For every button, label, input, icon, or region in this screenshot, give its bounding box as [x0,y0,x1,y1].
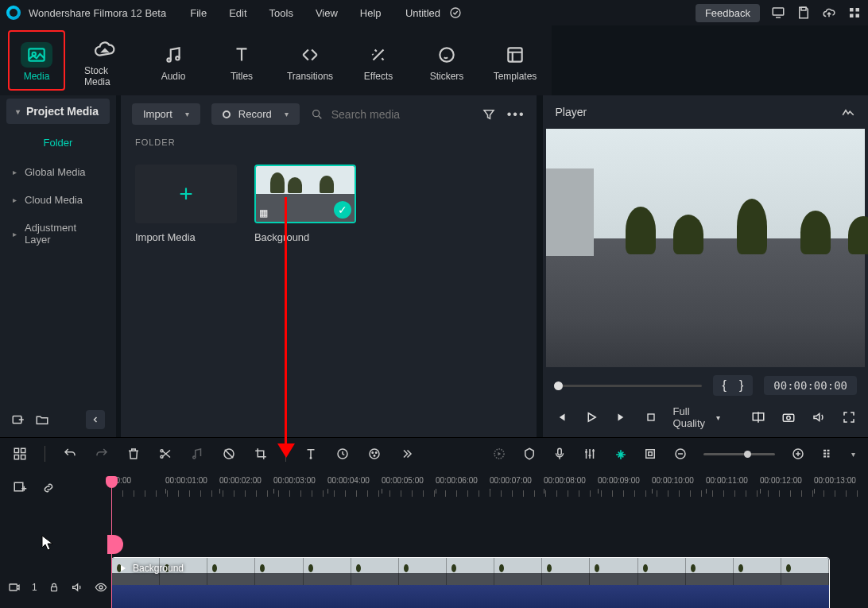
svg-rect-15 [648,414,654,420]
document-status-icon [448,6,463,20]
add-track-icon[interactable] [13,481,27,495]
svg-rect-19 [14,448,18,452]
svg-point-32 [374,455,375,457]
zoom-out-button[interactable] [673,447,688,461]
sidebar-cloud-media[interactable]: Cloud Media [0,186,116,214]
sidebar-folder[interactable]: Folder [0,132,116,158]
playhead-grip-icon[interactable] [107,535,123,554]
svg-point-18 [787,416,791,420]
player-viewport[interactable] [546,129,865,367]
tab-stickers[interactable]: Stickers [418,30,475,91]
svg-point-14 [312,110,319,116]
document-title: Untitled [405,7,440,19]
menu-view[interactable]: View [316,7,338,19]
mask-icon[interactable] [222,447,236,461]
speed-icon[interactable] [335,447,350,461]
monitor-icon[interactable] [771,6,785,20]
tab-audio[interactable]: Audio [145,30,202,91]
stop-button[interactable] [645,409,657,425]
svg-point-24 [161,455,163,458]
voiceover-icon[interactable] [552,447,567,461]
import-media-card[interactable]: + Import Media [135,165,238,243]
video-badge-icon: ▦ [259,207,268,219]
tab-transitions[interactable]: Transitions [281,30,339,91]
mark-in-button[interactable]: { [723,378,727,393]
track-options-chevron[interactable]: ▾ [851,450,855,459]
svg-rect-4 [856,8,860,12]
track-height-icon[interactable] [821,447,835,461]
record-dropdown[interactable]: Record▾ [211,103,300,125]
marker-icon[interactable] [522,447,537,461]
lock-icon[interactable] [48,582,60,593]
redo-button[interactable] [95,447,109,461]
svg-rect-22 [21,455,25,459]
audio-detach-icon[interactable] [190,447,204,461]
quality-dropdown[interactable]: Full Quality▾ [673,405,720,429]
tab-media[interactable]: Media [8,30,65,91]
timeline-toolbar: ▾ [0,437,868,470]
color-icon[interactable] [367,447,382,461]
filter-icon[interactable] [482,107,496,122]
add-folder-icon[interactable] [11,412,25,427]
save-icon[interactable] [796,6,811,20]
undo-button[interactable] [63,447,77,461]
snap-icon[interactable] [643,447,657,461]
mute-icon[interactable] [71,581,83,594]
compare-icon[interactable] [750,409,766,425]
visibility-icon[interactable] [95,581,107,594]
zoom-in-button[interactable] [791,447,805,461]
folder-heading: FOLDER [121,133,537,152]
text-tool-icon[interactable] [304,447,318,461]
mouse-cursor-icon [41,535,54,551]
svg-rect-43 [827,453,830,455]
search-input[interactable] [331,108,471,121]
svg-rect-1 [773,8,784,15]
render-icon[interactable] [492,447,506,461]
crop-icon[interactable] [254,447,268,461]
svg-rect-40 [823,453,826,455]
svg-rect-20 [21,448,25,452]
feedback-button[interactable]: Feedback [696,4,760,22]
sidebar-global-media[interactable]: Global Media [0,158,116,186]
cloud-upload-icon[interactable] [822,6,836,20]
playhead[interactable] [111,476,112,608]
fullscreen-icon[interactable] [841,409,857,425]
player-scrubber[interactable] [554,385,702,387]
play-button[interactable] [584,409,599,425]
grid-apps-icon[interactable] [847,6,862,20]
prev-frame-button[interactable] [554,409,568,425]
zoom-slider[interactable] [703,453,775,455]
menu-file[interactable]: File [190,7,207,19]
import-dropdown[interactable]: Import▾ [132,103,200,125]
collapse-sidebar-button[interactable] [86,410,105,429]
folder-icon[interactable] [35,412,49,427]
sidebar-adjustment-layer[interactable]: Adjustment Layer [0,214,116,254]
auto-ripple-icon[interactable] [613,447,627,461]
menu-edit[interactable]: Edit [229,7,246,19]
timeline-clip[interactable]: Background [111,557,830,608]
menu-tools[interactable]: Tools [269,7,293,19]
mixer-icon[interactable] [583,447,597,461]
snapshot-icon[interactable] [781,409,796,425]
tab-stock-media[interactable]: Stock Media [76,30,134,91]
link-icon[interactable] [41,481,56,495]
next-button[interactable] [614,409,629,425]
more-icon[interactable]: ••• [507,107,525,122]
svg-point-23 [161,450,163,452]
scopes-icon[interactable] [841,105,855,119]
tab-effects[interactable]: Effects [350,30,407,91]
tab-titles[interactable]: Titles [213,30,270,91]
split-button[interactable] [158,447,172,461]
plus-icon: + [179,180,193,207]
menu-help[interactable]: Help [360,7,382,19]
timeline: 00:00 00:00:01:00 00:00:02:00 00:00:03:0… [0,470,868,608]
expand-tools-icon[interactable] [399,447,413,461]
layout-icon[interactable] [13,447,27,461]
mark-out-button[interactable]: } [739,378,743,393]
volume-icon[interactable] [811,409,827,425]
background-media-card[interactable]: ▦ ✓ Background [254,165,358,243]
svg-point-29 [370,449,379,459]
sidebar-project-media[interactable]: Project Media [6,99,110,124]
tab-templates[interactable]: Templates [486,30,544,91]
delete-button[interactable] [126,447,141,461]
